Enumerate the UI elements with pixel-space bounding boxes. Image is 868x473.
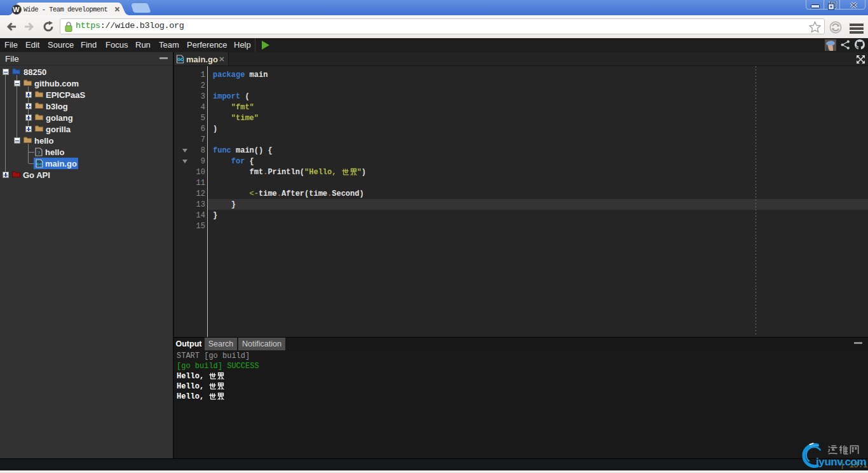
svg-text:?: ?: [37, 150, 41, 156]
svg-text:GO: GO: [37, 162, 43, 166]
svg-text:GO: GO: [177, 57, 184, 62]
